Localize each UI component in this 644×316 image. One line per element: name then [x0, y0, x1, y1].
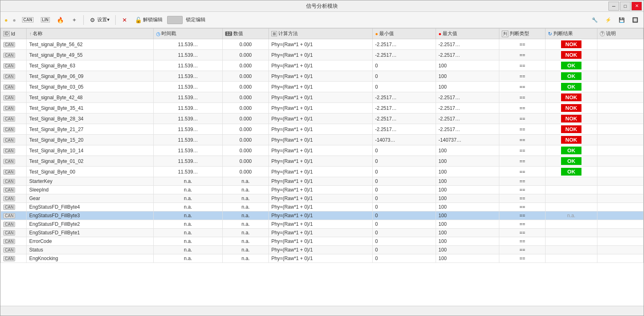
table-row[interactable]: CANTest_signal_Byte_42_4811.539…0.000Phy…	[1, 92, 644, 103]
table-row[interactable]: CANEngStatusFD_FillByte3n.a.n.a.Phy=(Raw…	[1, 211, 644, 220]
col-result-header[interactable]: ↻ 判断结果	[546, 29, 597, 39]
cell-result: NOK	[546, 39, 597, 50]
cell-judge: ==	[499, 156, 546, 167]
table-row[interactable]: CANTest_Signal_Byte_0011.539…0.000Phy=(R…	[1, 167, 644, 177]
cell-calc: Phy=(Raw*1 + 0)/1	[268, 103, 372, 113]
cell-min: -2.2517…	[372, 92, 436, 103]
cell-result: NOK	[546, 113, 597, 124]
cell-value: 0.000	[223, 92, 269, 103]
lock-label: 锁定编辑	[186, 16, 206, 23]
settings-button[interactable]: ⚙ 设置▾	[87, 15, 112, 25]
view-icon: 🔲	[632, 17, 638, 23]
cell-name: Test_Signal_Byte_35_41	[27, 103, 153, 113]
cell-value: n.a.	[223, 186, 269, 194]
flame1-button[interactable]: 🔥	[54, 15, 67, 25]
delete-button[interactable]: ✕	[119, 15, 131, 25]
cell-result	[546, 203, 597, 211]
cell-max: 100	[436, 177, 499, 186]
cell-judge: ==	[499, 39, 546, 50]
save-button[interactable]: 💾	[616, 16, 628, 24]
star-button[interactable]: ✦	[68, 15, 80, 25]
table-row[interactable]: CANEngStatusFD_FillByte1n.a.n.a.Phy=(Raw…	[1, 229, 644, 237]
can-badge: CAN	[3, 159, 15, 164]
cell-id: CAN	[1, 220, 27, 229]
table-row[interactable]: CANStarterKeyn.a.n.a.Phy=(Raw*1 + 0)/101…	[1, 177, 644, 186]
cell-calc: Phy=(Raw*1 + 0)/1	[268, 156, 372, 167]
cell-id: CAN	[1, 124, 27, 135]
col-judge-header[interactable]: 判 判断类型	[499, 29, 546, 39]
judge-col-label: 判断类型	[510, 30, 529, 37]
col-name-header[interactable]: ↑ 名称	[27, 29, 153, 39]
cell-calc: Phy=(Raw*1 + 0)/1	[268, 71, 372, 82]
unlock-button[interactable]: 🔓 解锁编辑	[132, 15, 165, 25]
col-min-header[interactable]: ● 最小值	[372, 29, 436, 39]
cell-min: 0	[372, 220, 436, 229]
cell-result: OK	[546, 82, 597, 92]
cell-result: NOK	[546, 103, 597, 113]
table-row[interactable]: CANTest_Signal_Byte_01_0211.539…0.000Phy…	[1, 156, 644, 167]
cell-name: Status	[27, 246, 153, 254]
col-calc-header[interactable]: ⊞ 计算方法	[268, 29, 372, 39]
table-row[interactable]: CANEngStatusFD_FillByte4n.a.n.a.Phy=(Raw…	[1, 203, 644, 211]
table-row[interactable]: CANTest_Signal_Byte_6311.539…0.000Phy=(R…	[1, 60, 644, 71]
can-badge: CAN	[3, 239, 15, 244]
table-row[interactable]: CANStatusn.a.n.a.Phy=(Raw*1 + 0)/10100==	[1, 246, 644, 254]
minimize-button[interactable]: ─	[608, 2, 619, 11]
cell-max: -2.2517…	[436, 50, 499, 60]
cell-calc: Phy=(Raw*1 + 0)/1	[268, 203, 372, 211]
table-row[interactable]: CANTest_signal_Byte_49_5511.539…0.000Phy…	[1, 50, 644, 60]
clock-icon: ◷	[156, 31, 160, 37]
col-max-header[interactable]: ● 最大值	[436, 29, 499, 39]
table-row[interactable]: CANTest_Signal_Byte_10_1411.539…0.000Phy…	[1, 145, 644, 156]
cell-judge: ==	[499, 186, 546, 194]
table-row[interactable]: CANErrorCoden.a.n.a.Phy=(Raw*1 + 0)/1010…	[1, 237, 644, 246]
cell-max: 100	[436, 60, 499, 71]
cell-desc	[597, 103, 644, 113]
cell-time: 11.539…	[153, 92, 222, 103]
view-button[interactable]: 🔲	[629, 16, 641, 24]
cell-calc: Phy=(Raw*1 + 0)/1	[268, 167, 372, 177]
cell-time: 11.539…	[153, 145, 222, 156]
cell-judge: ==	[499, 203, 546, 211]
wrench-button[interactable]: 🔧	[589, 16, 601, 24]
value-col-label: 数值	[233, 30, 243, 37]
lightning-button[interactable]: ⚡	[602, 16, 614, 24]
cell-value: n.a.	[223, 254, 269, 263]
cell-desc	[597, 92, 644, 103]
cell-judge: ==	[499, 237, 546, 246]
cell-desc	[597, 211, 644, 220]
table-row[interactable]: CANGearn.a.n.a.Phy=(Raw*1 + 0)/10100==	[1, 194, 644, 203]
maximize-button[interactable]: □	[620, 2, 631, 11]
cell-desc	[597, 220, 644, 229]
save-icon: 💾	[619, 17, 625, 23]
cell-name: Test_signal_Byte_42_48	[27, 92, 153, 103]
cell-value: 0.000	[223, 145, 269, 156]
cell-judge: ==	[499, 71, 546, 82]
table-row[interactable]: CANSleepIndn.a.n.a.Phy=(Raw*1 + 0)/10100…	[1, 186, 644, 194]
cell-result: OK	[546, 60, 597, 71]
table-row[interactable]: CANEngStatusFD_FillByte2n.a.n.a.Phy=(Raw…	[1, 220, 644, 229]
can-button[interactable]: CAN	[19, 16, 36, 24]
close-button[interactable]: ✕	[631, 2, 642, 11]
table-row[interactable]: CANEngKnockingn.a.n.a.Phy=(Raw*1 + 0)/10…	[1, 254, 644, 263]
table-row[interactable]: CANTest_Signal_Byte_28_3411.539…0.000Phy…	[1, 113, 644, 124]
table-row[interactable]: CANTest_Signal_Byte_35_4111.539…0.000Phy…	[1, 103, 644, 113]
table-container[interactable]: ID Id ↑ 名称 ◷ 时间戳	[0, 28, 644, 306]
cell-value: 0.000	[223, 82, 269, 92]
table-row[interactable]: CANTest_Signal_Byte_06_0911.539…0.000Phy…	[1, 71, 644, 82]
table-row[interactable]: CANTest_Signal_Byte_15_2011.539…0.000Phy…	[1, 135, 644, 145]
can-badge: CAN	[3, 205, 15, 210]
col-value-header[interactable]: 12 数值	[223, 29, 269, 39]
table-row[interactable]: CANTest_Signal_Byte_03_0511.539…0.000Phy…	[1, 82, 644, 92]
col-desc-header[interactable]: ? 说明	[597, 29, 644, 39]
table-row[interactable]: CANTest_signal_Byte_56_6211.539…0.000Phy…	[1, 39, 644, 50]
cell-calc: Phy=(Raw*1 + 0)/1	[268, 211, 372, 220]
table-row[interactable]: CANTest_Signal_Byte_21_2711.539…0.000Phy…	[1, 124, 644, 135]
lin-button[interactable]: LIN	[38, 16, 53, 24]
col-id-header[interactable]: ID Id	[1, 29, 27, 39]
cell-name: StarterKey	[27, 177, 153, 186]
can-badge: CAN	[3, 148, 15, 154]
cell-min: -2.2517…	[372, 39, 436, 50]
col-time-header[interactable]: ◷ 时间戳	[153, 29, 222, 39]
cell-value: 0.000	[223, 50, 269, 60]
